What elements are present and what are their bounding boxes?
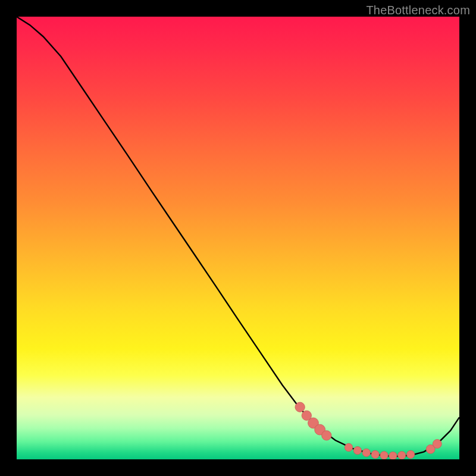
data-dot [371,450,379,458]
data-dot [362,449,370,456]
chart-svg [17,17,459,459]
data-dot [398,452,406,459]
data-dot [322,431,331,440]
data-dot [295,402,305,412]
data-dots [295,402,441,459]
curve-line [17,17,459,456]
data-dot [406,450,414,458]
watermark-text: TheBottleneck.com [366,4,470,17]
data-dot [380,452,388,459]
plot-area [17,17,459,459]
data-dot [345,443,352,451]
data-dot [389,452,397,459]
data-dot [353,446,361,454]
chart-stage: TheBottleneck.com [0,0,476,476]
data-dot [433,440,441,449]
